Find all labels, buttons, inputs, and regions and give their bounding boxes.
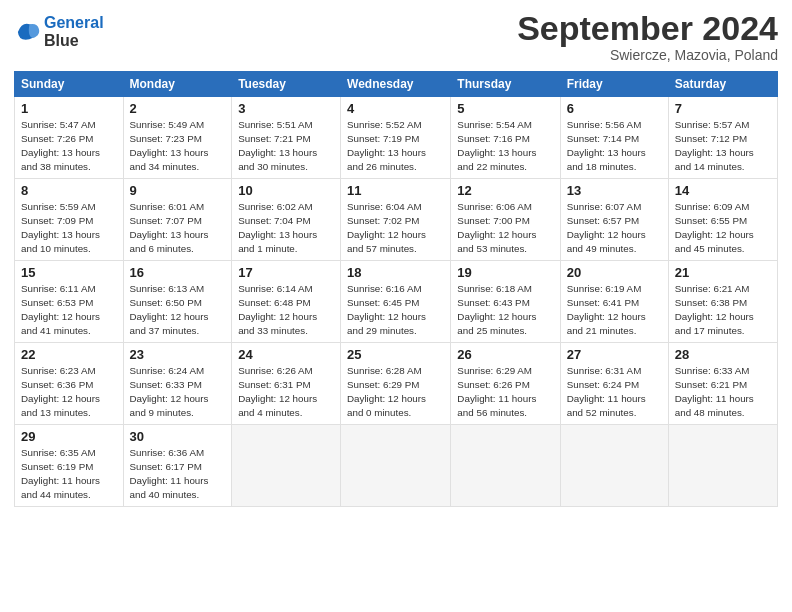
month-title: September 2024 (517, 10, 778, 47)
day-detail: Sunrise: 6:36 AM Sunset: 6:17 PM Dayligh… (130, 446, 226, 501)
calendar-cell (668, 425, 777, 507)
page-container: General Blue September 2024 Swiercze, Ma… (0, 0, 792, 517)
calendar-cell: 20Sunrise: 6:19 AM Sunset: 6:41 PM Dayli… (560, 261, 668, 343)
logo-text: General Blue (44, 14, 104, 49)
calendar-cell: 16Sunrise: 6:13 AM Sunset: 6:50 PM Dayli… (123, 261, 232, 343)
day-number: 1 (21, 101, 117, 116)
calendar-cell (560, 425, 668, 507)
day-number: 15 (21, 265, 117, 280)
day-detail: Sunrise: 6:01 AM Sunset: 7:07 PM Dayligh… (130, 200, 226, 255)
day-detail: Sunrise: 6:28 AM Sunset: 6:29 PM Dayligh… (347, 364, 444, 419)
weekday-wednesday: Wednesday (341, 72, 451, 97)
day-detail: Sunrise: 6:04 AM Sunset: 7:02 PM Dayligh… (347, 200, 444, 255)
day-detail: Sunrise: 6:06 AM Sunset: 7:00 PM Dayligh… (457, 200, 553, 255)
day-detail: Sunrise: 6:16 AM Sunset: 6:45 PM Dayligh… (347, 282, 444, 337)
calendar-cell: 29Sunrise: 6:35 AM Sunset: 6:19 PM Dayli… (15, 425, 124, 507)
day-number: 12 (457, 183, 553, 198)
calendar-cell: 14Sunrise: 6:09 AM Sunset: 6:55 PM Dayli… (668, 179, 777, 261)
calendar-cell: 3Sunrise: 5:51 AM Sunset: 7:21 PM Daylig… (232, 97, 341, 179)
calendar-cell: 27Sunrise: 6:31 AM Sunset: 6:24 PM Dayli… (560, 343, 668, 425)
day-detail: Sunrise: 6:14 AM Sunset: 6:48 PM Dayligh… (238, 282, 334, 337)
day-number: 2 (130, 101, 226, 116)
calendar-cell: 5Sunrise: 5:54 AM Sunset: 7:16 PM Daylig… (451, 97, 560, 179)
day-detail: Sunrise: 6:33 AM Sunset: 6:21 PM Dayligh… (675, 364, 771, 419)
weekday-thursday: Thursday (451, 72, 560, 97)
calendar-cell: 19Sunrise: 6:18 AM Sunset: 6:43 PM Dayli… (451, 261, 560, 343)
calendar-cell: 18Sunrise: 6:16 AM Sunset: 6:45 PM Dayli… (341, 261, 451, 343)
day-detail: Sunrise: 5:49 AM Sunset: 7:23 PM Dayligh… (130, 118, 226, 173)
day-number: 5 (457, 101, 553, 116)
day-number: 24 (238, 347, 334, 362)
weekday-monday: Monday (123, 72, 232, 97)
day-number: 13 (567, 183, 662, 198)
calendar-cell: 1Sunrise: 5:47 AM Sunset: 7:26 PM Daylig… (15, 97, 124, 179)
calendar-cell: 26Sunrise: 6:29 AM Sunset: 6:26 PM Dayli… (451, 343, 560, 425)
weekday-saturday: Saturday (668, 72, 777, 97)
calendar-cell: 24Sunrise: 6:26 AM Sunset: 6:31 PM Dayli… (232, 343, 341, 425)
header: General Blue September 2024 Swiercze, Ma… (14, 10, 778, 63)
week-row-4: 22Sunrise: 6:23 AM Sunset: 6:36 PM Dayli… (15, 343, 778, 425)
day-detail: Sunrise: 6:19 AM Sunset: 6:41 PM Dayligh… (567, 282, 662, 337)
day-number: 9 (130, 183, 226, 198)
logo-icon (14, 18, 42, 46)
calendar-cell: 12Sunrise: 6:06 AM Sunset: 7:00 PM Dayli… (451, 179, 560, 261)
calendar-table: SundayMondayTuesdayWednesdayThursdayFrid… (14, 71, 778, 507)
day-detail: Sunrise: 5:59 AM Sunset: 7:09 PM Dayligh… (21, 200, 117, 255)
calendar-cell: 6Sunrise: 5:56 AM Sunset: 7:14 PM Daylig… (560, 97, 668, 179)
day-number: 11 (347, 183, 444, 198)
calendar-cell: 9Sunrise: 6:01 AM Sunset: 7:07 PM Daylig… (123, 179, 232, 261)
day-detail: Sunrise: 6:24 AM Sunset: 6:33 PM Dayligh… (130, 364, 226, 419)
calendar-cell (232, 425, 341, 507)
calendar-cell: 7Sunrise: 5:57 AM Sunset: 7:12 PM Daylig… (668, 97, 777, 179)
day-detail: Sunrise: 6:26 AM Sunset: 6:31 PM Dayligh… (238, 364, 334, 419)
day-detail: Sunrise: 6:07 AM Sunset: 6:57 PM Dayligh… (567, 200, 662, 255)
day-detail: Sunrise: 6:31 AM Sunset: 6:24 PM Dayligh… (567, 364, 662, 419)
calendar-cell: 28Sunrise: 6:33 AM Sunset: 6:21 PM Dayli… (668, 343, 777, 425)
calendar-cell: 17Sunrise: 6:14 AM Sunset: 6:48 PM Dayli… (232, 261, 341, 343)
calendar-cell (341, 425, 451, 507)
day-detail: Sunrise: 6:29 AM Sunset: 6:26 PM Dayligh… (457, 364, 553, 419)
title-block: September 2024 Swiercze, Mazovia, Poland (517, 10, 778, 63)
day-number: 6 (567, 101, 662, 116)
location: Swiercze, Mazovia, Poland (517, 47, 778, 63)
day-number: 19 (457, 265, 553, 280)
day-number: 21 (675, 265, 771, 280)
day-number: 26 (457, 347, 553, 362)
day-detail: Sunrise: 5:56 AM Sunset: 7:14 PM Dayligh… (567, 118, 662, 173)
day-number: 22 (21, 347, 117, 362)
weekday-friday: Friday (560, 72, 668, 97)
day-detail: Sunrise: 5:52 AM Sunset: 7:19 PM Dayligh… (347, 118, 444, 173)
calendar-body: 1Sunrise: 5:47 AM Sunset: 7:26 PM Daylig… (15, 97, 778, 507)
day-detail: Sunrise: 5:54 AM Sunset: 7:16 PM Dayligh… (457, 118, 553, 173)
day-number: 16 (130, 265, 226, 280)
day-number: 23 (130, 347, 226, 362)
day-number: 18 (347, 265, 444, 280)
day-detail: Sunrise: 5:47 AM Sunset: 7:26 PM Dayligh… (21, 118, 117, 173)
day-number: 3 (238, 101, 334, 116)
day-number: 29 (21, 429, 117, 444)
calendar-cell: 4Sunrise: 5:52 AM Sunset: 7:19 PM Daylig… (341, 97, 451, 179)
day-detail: Sunrise: 6:09 AM Sunset: 6:55 PM Dayligh… (675, 200, 771, 255)
calendar-cell: 21Sunrise: 6:21 AM Sunset: 6:38 PM Dayli… (668, 261, 777, 343)
week-row-1: 1Sunrise: 5:47 AM Sunset: 7:26 PM Daylig… (15, 97, 778, 179)
weekday-tuesday: Tuesday (232, 72, 341, 97)
day-detail: Sunrise: 6:35 AM Sunset: 6:19 PM Dayligh… (21, 446, 117, 501)
day-detail: Sunrise: 5:51 AM Sunset: 7:21 PM Dayligh… (238, 118, 334, 173)
day-detail: Sunrise: 6:11 AM Sunset: 6:53 PM Dayligh… (21, 282, 117, 337)
calendar-cell: 15Sunrise: 6:11 AM Sunset: 6:53 PM Dayli… (15, 261, 124, 343)
weekday-header-row: SundayMondayTuesdayWednesdayThursdayFrid… (15, 72, 778, 97)
day-number: 27 (567, 347, 662, 362)
day-number: 17 (238, 265, 334, 280)
week-row-3: 15Sunrise: 6:11 AM Sunset: 6:53 PM Dayli… (15, 261, 778, 343)
calendar-cell: 25Sunrise: 6:28 AM Sunset: 6:29 PM Dayli… (341, 343, 451, 425)
calendar-cell: 13Sunrise: 6:07 AM Sunset: 6:57 PM Dayli… (560, 179, 668, 261)
day-number: 8 (21, 183, 117, 198)
calendar-cell: 8Sunrise: 5:59 AM Sunset: 7:09 PM Daylig… (15, 179, 124, 261)
day-detail: Sunrise: 6:18 AM Sunset: 6:43 PM Dayligh… (457, 282, 553, 337)
day-number: 4 (347, 101, 444, 116)
day-detail: Sunrise: 6:23 AM Sunset: 6:36 PM Dayligh… (21, 364, 117, 419)
day-number: 20 (567, 265, 662, 280)
calendar-cell: 10Sunrise: 6:02 AM Sunset: 7:04 PM Dayli… (232, 179, 341, 261)
day-number: 10 (238, 183, 334, 198)
day-number: 28 (675, 347, 771, 362)
